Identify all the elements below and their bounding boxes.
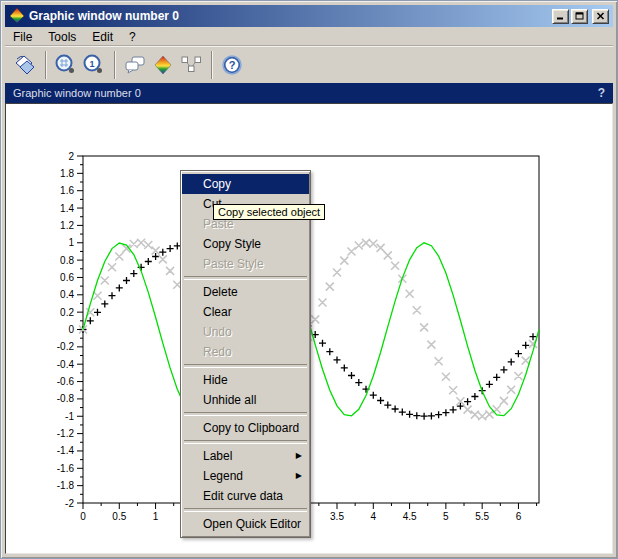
toolbar-separator bbox=[114, 51, 115, 79]
menu-separator bbox=[184, 364, 307, 368]
svg-text:-0.8: -0.8 bbox=[57, 393, 75, 404]
colormap-icon[interactable] bbox=[149, 51, 177, 79]
context-menu-item-redo[interactable]: Redo bbox=[182, 342, 309, 362]
menu-item-file[interactable]: File bbox=[5, 29, 40, 45]
toolbar: 1 bbox=[5, 45, 613, 84]
svg-text:-1.4: -1.4 bbox=[57, 445, 75, 456]
svg-text:0.8: 0.8 bbox=[60, 255, 74, 266]
context-menu-item-edit-curve-data[interactable]: Edit curve data bbox=[182, 486, 309, 506]
window-title: Graphic window number 0 bbox=[29, 9, 552, 23]
context-menu-item-label: Redo bbox=[203, 345, 232, 359]
svg-text:?: ? bbox=[229, 59, 236, 71]
context-menu-item-copy-to-clipboard[interactable]: Copy to Clipboard bbox=[182, 418, 309, 438]
context-menu-item-clear[interactable]: Clear bbox=[182, 302, 309, 322]
context-menu-item-label: Edit curve data bbox=[203, 489, 283, 503]
menu-separator bbox=[184, 276, 307, 280]
context-menu-item-label: Copy to Clipboard bbox=[203, 421, 299, 435]
scilab-app-icon bbox=[9, 8, 25, 24]
window-controls bbox=[552, 9, 609, 24]
context-menu-item-label: Copy Style bbox=[203, 237, 261, 251]
svg-text:0.5: 0.5 bbox=[112, 511, 126, 522]
context-menu-item-label: Undo bbox=[203, 325, 232, 339]
svg-text:1: 1 bbox=[89, 59, 94, 69]
svg-text:3.5: 3.5 bbox=[330, 511, 344, 522]
svg-text:-2: -2 bbox=[65, 498, 74, 509]
context-menu-item-label: Label bbox=[203, 449, 232, 463]
context-menu-item-delete[interactable]: Delete bbox=[182, 282, 309, 302]
svg-text:4: 4 bbox=[371, 511, 377, 522]
toolbar-separator bbox=[45, 51, 46, 79]
graphic-window: Graphic window number 0 FileToolsEdit? bbox=[0, 0, 618, 559]
maximize-button[interactable] bbox=[571, 9, 588, 24]
svg-text:1.4: 1.4 bbox=[60, 203, 74, 214]
svg-text:-0.6: -0.6 bbox=[57, 376, 75, 387]
svg-text:0.2: 0.2 bbox=[60, 307, 74, 318]
svg-text:-1.8: -1.8 bbox=[57, 480, 75, 491]
context-menu-item-label: Paste Style bbox=[203, 257, 264, 271]
context-menu-item-open-quick-editor[interactable]: Open Quick Editor bbox=[182, 514, 309, 534]
svg-text:1: 1 bbox=[153, 511, 159, 522]
zoom-1to1-icon[interactable]: 1 bbox=[80, 51, 108, 79]
svg-text:-1: -1 bbox=[65, 411, 74, 422]
toolbar-separator bbox=[211, 51, 212, 79]
infobar-help-icon[interactable]: ? bbox=[598, 86, 605, 100]
context-menu: CopyCutPasteCopy StylePaste StyleDeleteC… bbox=[180, 170, 311, 538]
svg-text:-0.4: -0.4 bbox=[57, 359, 75, 370]
tooltip: Copy selected object bbox=[213, 204, 325, 220]
context-menu-item-label: Legend bbox=[203, 469, 243, 483]
svg-text:1.6: 1.6 bbox=[60, 185, 74, 196]
menu-item-edit[interactable]: Edit bbox=[84, 29, 121, 45]
tooltip-text: Copy selected object bbox=[218, 206, 320, 218]
menu-bar: FileToolsEdit? bbox=[5, 28, 613, 45]
menu-item-tools[interactable]: Tools bbox=[40, 29, 84, 45]
context-menu-item-label: Hide bbox=[203, 373, 228, 387]
submenu-arrow-icon: ▶ bbox=[296, 466, 302, 486]
svg-text:-0.2: -0.2 bbox=[57, 341, 75, 352]
context-menu-item-paste-style[interactable]: Paste Style bbox=[182, 254, 309, 274]
info-bar: Graphic window number 0 ? bbox=[5, 83, 613, 103]
submenu-arrow-icon: ▶ bbox=[296, 446, 302, 466]
context-menu-item-label: Unhide all bbox=[203, 393, 256, 407]
menu-separator bbox=[184, 508, 307, 512]
help-icon[interactable]: ? bbox=[218, 51, 246, 79]
infobar-text: Graphic window number 0 bbox=[13, 87, 141, 99]
svg-text:0.4: 0.4 bbox=[60, 289, 74, 300]
svg-text:-1.6: -1.6 bbox=[57, 463, 75, 474]
context-menu-item-unhide-all[interactable]: Unhide all bbox=[182, 390, 309, 410]
zoom-area-icon[interactable] bbox=[52, 51, 80, 79]
context-menu-item-label[interactable]: Label▶ bbox=[182, 446, 309, 466]
svg-text:2: 2 bbox=[68, 151, 74, 162]
svg-text:6: 6 bbox=[516, 511, 522, 522]
menu-item--[interactable]: ? bbox=[121, 29, 144, 45]
context-menu-item-label: Clear bbox=[203, 305, 232, 319]
close-icon bbox=[596, 12, 605, 20]
context-menu-item-hide[interactable]: Hide bbox=[182, 370, 309, 390]
svg-text:5: 5 bbox=[443, 511, 449, 522]
context-menu-item-undo[interactable]: Undo bbox=[182, 322, 309, 342]
context-menu-item-label: Copy bbox=[203, 177, 231, 191]
rotate-icon[interactable] bbox=[11, 51, 39, 79]
context-menu-item-copy-style[interactable]: Copy Style bbox=[182, 234, 309, 254]
close-button[interactable] bbox=[592, 9, 609, 24]
datatip-icon[interactable] bbox=[177, 51, 205, 79]
maximize-icon bbox=[575, 12, 584, 20]
svg-text:1.2: 1.2 bbox=[60, 220, 74, 231]
ged-dialog-icon[interactable] bbox=[121, 51, 149, 79]
context-menu-item-label: Delete bbox=[203, 285, 238, 299]
context-menu-item-legend[interactable]: Legend▶ bbox=[182, 466, 309, 486]
svg-text:0: 0 bbox=[80, 511, 86, 522]
svg-text:0: 0 bbox=[68, 324, 74, 335]
svg-text:-1.2: -1.2 bbox=[57, 428, 75, 439]
minimize-icon bbox=[556, 12, 565, 20]
svg-text:1: 1 bbox=[68, 237, 74, 248]
svg-text:0.6: 0.6 bbox=[60, 272, 74, 283]
context-menu-item-label: Open Quick Editor bbox=[203, 517, 301, 531]
menu-separator bbox=[184, 412, 307, 416]
svg-text:1.8: 1.8 bbox=[60, 168, 74, 179]
title-bar[interactable]: Graphic window number 0 bbox=[5, 5, 613, 27]
svg-text:4.5: 4.5 bbox=[403, 511, 417, 522]
graphics-canvas[interactable]: 21.81.61.41.210.80.60.40.20-0.2-0.4-0.6-… bbox=[5, 103, 613, 554]
menu-separator bbox=[184, 440, 307, 444]
context-menu-item-copy[interactable]: Copy bbox=[182, 174, 309, 194]
minimize-button[interactable] bbox=[552, 9, 569, 24]
